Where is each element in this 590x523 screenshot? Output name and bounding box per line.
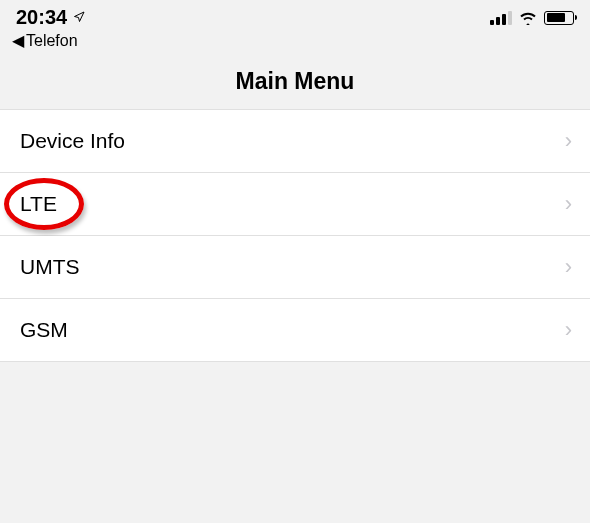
status-right	[490, 11, 574, 25]
status-left: 20:34	[16, 6, 85, 29]
chevron-right-icon: ›	[565, 128, 572, 154]
back-label: Telefon	[26, 32, 78, 50]
menu-item-label: UMTS	[20, 255, 80, 279]
menu-item-gsm[interactable]: GSM ›	[0, 299, 590, 362]
location-icon	[73, 10, 85, 26]
chevron-right-icon: ›	[565, 254, 572, 280]
menu-item-umts[interactable]: UMTS ›	[0, 236, 590, 299]
wifi-icon	[518, 11, 538, 25]
battery-icon	[544, 11, 574, 25]
menu-item-lte[interactable]: LTE ›	[0, 173, 590, 236]
status-bar: 20:34	[0, 0, 590, 31]
main-menu-list: Device Info › LTE › UMTS › GSM ›	[0, 109, 590, 362]
menu-item-label: LTE	[20, 192, 57, 216]
menu-item-device-info[interactable]: Device Info ›	[0, 110, 590, 173]
back-arrow-icon: ◀	[12, 31, 24, 50]
page-header: Main Menu	[0, 60, 590, 109]
menu-item-label: GSM	[20, 318, 68, 342]
chevron-right-icon: ›	[565, 317, 572, 343]
status-time: 20:34	[16, 6, 67, 29]
back-navigation[interactable]: ◀ Telefon	[0, 31, 590, 60]
menu-item-label: Device Info	[20, 129, 125, 153]
cellular-signal-icon	[490, 11, 512, 25]
page-title: Main Menu	[0, 68, 590, 95]
chevron-right-icon: ›	[565, 191, 572, 217]
